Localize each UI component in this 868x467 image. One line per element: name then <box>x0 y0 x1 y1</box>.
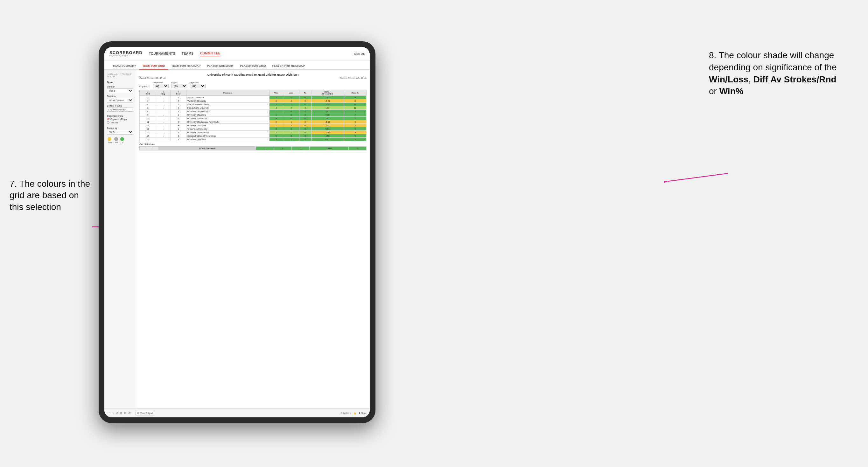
thumbs-button[interactable]: 👍 <box>353 412 356 414</box>
nav-teams[interactable]: TEAMS <box>182 51 194 56</box>
sub-nav: TEAM SUMMARY TEAM H2H GRID TEAM H2H HEAT… <box>104 60 370 70</box>
radio-top100-dot <box>107 121 110 124</box>
colour-legend: Down Level Up <box>107 137 133 144</box>
table-row: 10-5University of Alabama3002.618 <box>140 117 367 120</box>
col-loss: Loss <box>283 90 300 96</box>
col-rank: #Rank <box>140 90 156 96</box>
out-division-name: NCAA Division II <box>159 147 256 151</box>
sidebar-timestamp: Last Updated: 27/03/2024 16:55:38 <box>107 73 133 77</box>
annotation-right: 8. The colour shade will change dependin… <box>709 49 842 97</box>
out-division-loss: 0 <box>274 147 292 151</box>
thumbs-icon: 👍 <box>353 412 356 414</box>
share-button[interactable]: ⬆ Share <box>359 412 367 414</box>
sidebar-gender-label: Gender <box>107 86 133 88</box>
tablet-screen: SCOREBOARD Powered by clippd TOURNAMENTS… <box>104 47 370 417</box>
out-division-win: 1 <box>256 147 274 151</box>
watch-button[interactable]: 👁 Watch ▾ <box>340 412 351 414</box>
legend-level-circle <box>114 137 118 141</box>
out-division-diff: 26.00 <box>310 147 349 151</box>
colour-by-select[interactable]: Win/loss <box>107 130 133 134</box>
col-conf: #Conf <box>170 90 186 96</box>
opponents-label: Opponents: <box>140 85 150 88</box>
watch-chevron: ▾ <box>350 412 351 414</box>
sidebar-opponent-view: Opponent View Opponents Played Top 100 <box>107 115 133 124</box>
table-row: 3-2Vanderbilt University040-2.298 <box>140 99 367 103</box>
sidebar-team-label: Team <box>107 81 133 84</box>
view-icon: ▤ <box>137 412 140 414</box>
sign-out-button[interactable]: Sign out <box>352 52 365 55</box>
col-diff: Diff AvStrokes/Rnd <box>311 90 344 96</box>
tab-player-h2h-heatmap[interactable]: PLAYER H2H HEATMAP <box>269 62 308 70</box>
radio-top100[interactable]: Top 100 <box>107 121 133 124</box>
legend-up-circle <box>120 137 124 141</box>
opponent-select[interactable]: (All) <box>190 84 206 88</box>
col-tie: Tie <box>299 90 311 96</box>
main-content: Last Updated: 27/03/2024 16:55:38 Team G… <box>104 70 370 417</box>
copy-icon[interactable]: ⊞ <box>120 412 122 414</box>
refresh-icon[interactable]: ↺ <box>116 412 118 414</box>
tab-player-h2h-grid[interactable]: PLAYER H2H GRID <box>237 62 269 70</box>
tab-team-summary[interactable]: TEAM SUMMARY <box>110 62 140 70</box>
col-opponent: Opponent <box>186 90 269 96</box>
out-division-row: NCAA Division II 1 0 0 26.00 3 <box>140 147 367 151</box>
view-label: View: Original <box>140 412 153 414</box>
undo-icon[interactable]: ↩ <box>107 412 110 414</box>
table-row: 15-4Georgia Institute of Technology5004.… <box>140 134 367 138</box>
tab-team-h2h-grid[interactable]: TEAM H2H GRID <box>140 62 168 70</box>
bottom-toolbar: ↩ ↪ ↺ ⊞ ⊟ ⏱ | ▤ View: Original 👁 Watch ▾… <box>104 408 370 417</box>
share-icon: ⬆ <box>359 412 361 414</box>
filter-opponent: Opponent (All) <box>190 82 206 88</box>
legend-down: Down <box>107 137 112 144</box>
tablet-frame: SCOREBOARD Powered by clippd TOURNAMENTS… <box>99 41 375 423</box>
toolbar-divider: | <box>133 412 133 414</box>
sidebar-school-label: School (Rank) <box>107 105 133 107</box>
filter-region: Region (All) <box>171 82 187 88</box>
svg-line-3 <box>668 174 728 181</box>
app-header: SCOREBOARD Powered by clippd TOURNAMENTS… <box>104 47 370 60</box>
grid-area: University of North Carolina Head-to-Hea… <box>136 70 370 417</box>
arrow-right <box>664 168 728 185</box>
redo-icon[interactable]: ↪ <box>112 412 114 414</box>
radio-opponents-played[interactable]: Opponents Played <box>107 118 133 120</box>
table-row: 14-5University of Oklahoma210-1.009 <box>140 131 367 134</box>
sidebar-division-label: Division <box>107 95 133 97</box>
region-select[interactable]: (All) <box>171 84 187 88</box>
tab-player-summary[interactable]: PLAYER SUMMARY <box>204 62 237 70</box>
eye-icon: 👁 <box>340 412 342 414</box>
legend-up: Up <box>120 137 124 144</box>
out-division-tie: 0 <box>292 147 310 151</box>
grid-title: University of North Carolina Head-to-Hea… <box>140 73 367 76</box>
sidebar-division-select[interactable]: NCAA Division I <box>107 98 133 103</box>
sidebar: Last Updated: 27/03/2024 16:55:38 Team G… <box>104 70 136 417</box>
grid-icon[interactable]: ⊟ <box>124 412 126 414</box>
overall-record: Overall Record: 89 - 17 - 0 <box>140 77 165 79</box>
table-row: 11-6University of Arkansas, Fayetteville… <box>140 120 367 124</box>
conference-select[interactable]: (All) <box>153 84 168 88</box>
col-rounds: Rounds <box>344 90 366 96</box>
sidebar-gender-select[interactable]: Men's <box>107 88 133 93</box>
clock-icon[interactable]: ⏱ <box>128 412 131 414</box>
table-row: 8-2University of Washington1003.673 <box>140 110 367 113</box>
filter-conference: Conference (All) <box>153 82 168 88</box>
toolbar-right: 👁 Watch ▾ 👍 ⬆ Share <box>340 412 367 414</box>
table-row: 12-3University of Virginia1202.333 <box>140 124 367 127</box>
out-division-table: NCAA Division II 1 0 0 26.00 3 <box>140 146 367 151</box>
grid-records: Overall Record: 89 - 17 - 0 Division Rec… <box>140 77 367 79</box>
sidebar-school-value: 1. University of Nort... <box>107 107 133 112</box>
tab-team-h2h-heatmap[interactable]: TEAM H2H HEATMAP <box>168 62 204 70</box>
table-row: 6-2Florida State University4201.8312 <box>140 106 367 110</box>
nav-committee[interactable]: COMMITTEE <box>200 51 221 56</box>
out-division-label: Out of division <box>140 143 367 145</box>
radio-opponents-played-dot <box>107 118 110 120</box>
nav-tournaments[interactable]: TOURNAMENTS <box>149 51 175 56</box>
legend-down-circle <box>107 137 111 141</box>
division-record: Division Record: 88 - 17 - 0 <box>340 77 367 79</box>
table-row: 4-1Arizona State University5102.2817 <box>140 103 367 106</box>
col-reg: #Reg <box>156 90 170 96</box>
logo-text: SCOREBOARD <box>110 51 143 55</box>
view-original-button[interactable]: ▤ View: Original <box>135 411 155 415</box>
table-row: 2-1Auburn University2101.679 <box>140 96 367 99</box>
legend-level: Level <box>114 137 118 144</box>
nav-items: TOURNAMENTS TEAMS COMMITTEE <box>149 51 352 56</box>
data-table: #Rank #Reg #Conf Opponent Win Loss Tie D… <box>140 90 367 141</box>
